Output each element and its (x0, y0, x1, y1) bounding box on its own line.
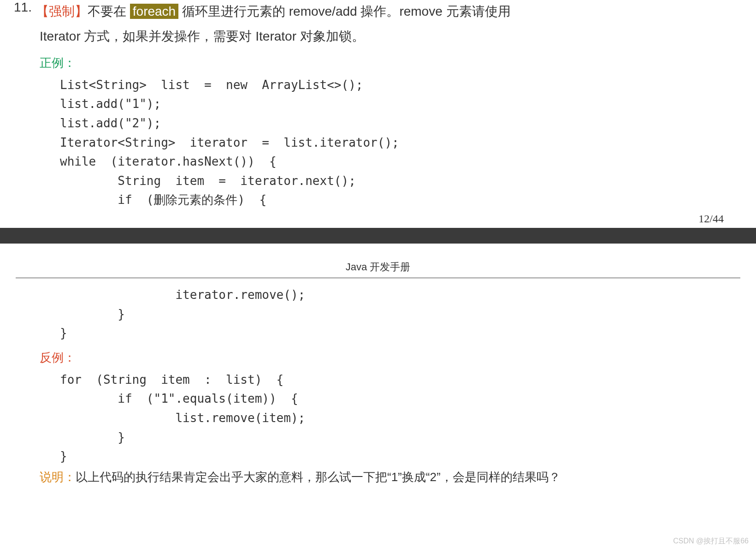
negative-code: for (String item : list) { if ("1".equal… (60, 370, 742, 466)
explain-label: 说明： (40, 466, 76, 488)
positive-code-top: List<String> list = new ArrayList<>(); l… (60, 76, 742, 210)
rule-text-before: 不要在 (88, 4, 130, 18)
page-separator (0, 228, 756, 244)
page-bottom-section: Java 开发手册 iterator.remove(); } } 反例： for… (0, 244, 756, 488)
manual-title: Java 开发手册 (16, 260, 740, 278)
explain-row: 说明：以上代码的执行结果肯定会出乎大家的意料，那么试一下把“1”换成“2”，会是… (40, 466, 742, 488)
mandatory-tag: 【强制】 (36, 4, 88, 18)
document-container: 11. 【强制】不要在 foreach 循环里进行元素的 remove/add … (0, 0, 756, 548)
rule-text: 【强制】不要在 foreach 循环里进行元素的 remove/add 操作。r… (36, 0, 742, 23)
page-top-section: 11. 【强制】不要在 foreach 循环里进行元素的 remove/add … (0, 0, 756, 225)
rule-header: 11. 【强制】不要在 foreach 循环里进行元素的 remove/add … (14, 0, 742, 23)
page-number: 12/44 (14, 213, 742, 225)
foreach-highlight: foreach (130, 4, 178, 19)
explain-text: 以上代码的执行结果肯定会出乎大家的意料，那么试一下把“1”换成“2”，会是同样的… (76, 466, 561, 488)
rule-number: 11. (14, 0, 32, 15)
rule-body-line2: Iterator 方式，如果并发操作，需要对 Iterator 对象加锁。 (40, 25, 742, 48)
rule-text-after: 循环里进行元素的 remove/add 操作。remove 元素请使用 (178, 4, 510, 18)
positive-code-bottom: iterator.remove(); } } (60, 286, 742, 343)
watermark: CSDN @挨打且不服66 (673, 536, 749, 546)
negative-example-label: 反例： (40, 350, 742, 366)
positive-example-label: 正例： (40, 55, 742, 71)
